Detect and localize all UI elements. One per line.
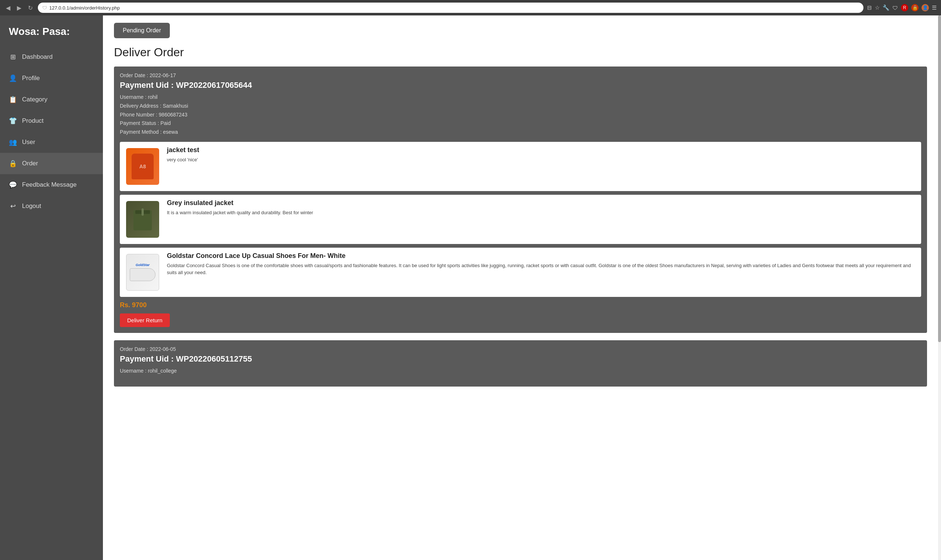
product-name-2: Grey insulated jacket	[167, 199, 917, 207]
back-button[interactable]: ◀	[5, 3, 12, 13]
sidebar-item-order[interactable]: 🔒 Order	[0, 153, 103, 174]
app-title: Wosa: Pasa:	[0, 15, 103, 46]
security-icon: 🛡	[42, 5, 47, 11]
sidebar-label-profile: Profile	[22, 75, 40, 82]
dashboard-icon: ⊞	[9, 53, 17, 61]
page-title: Deliver Order	[114, 46, 927, 59]
scrollbar-track[interactable]	[938, 15, 941, 560]
browser-chrome: ◀ ▶ ↻ 🛡 127.0.0.1/admin/orderHistory.php…	[0, 0, 941, 15]
reload-button[interactable]: ↻	[26, 3, 34, 13]
product-image-olive-jacket	[124, 199, 161, 240]
deliver-return-button[interactable]: Deliver Return	[120, 314, 170, 327]
order-info-2: Username : rohil_college	[120, 367, 921, 375]
order-address-1: Delivery Address : Samakhusi	[120, 102, 921, 111]
sidebar-item-feedback[interactable]: 💬 Feedback Message	[0, 174, 103, 195]
category-icon: 📋	[9, 95, 17, 104]
product-details-3: Goldstar Concord Lace Up Casual Shoes Fo…	[167, 252, 917, 276]
star-icon: ☆	[875, 5, 879, 11]
order-username-1: Username : rohil	[120, 93, 921, 102]
product-icon: 👕	[9, 117, 17, 125]
sidebar-item-product[interactable]: 👕 Product	[0, 110, 103, 132]
users-icon: 👥	[9, 138, 17, 146]
order-date-2: Order Date : 2022-06-05	[120, 346, 921, 352]
sidebar-label-product: Product	[22, 117, 44, 125]
product-details-1: jacket test very cool 'nice'	[167, 146, 917, 163]
sidebar-label-category: Category	[22, 96, 48, 103]
white-shoes-visual: GoldStar	[126, 254, 159, 291]
r-icon: R	[901, 4, 908, 11]
lock-icon: 🔒	[911, 4, 919, 11]
order-date-1: Order Date : 2022-06-17	[120, 72, 921, 78]
shoe-shape	[130, 268, 156, 281]
order-uid-2: Payment Uid : WP20220605112755	[120, 354, 921, 364]
orange-jacket-visual	[126, 148, 159, 185]
order-payment-method-1: Payment Method : esewa	[120, 128, 921, 137]
sidebar-item-dashboard[interactable]: ⊞ Dashboard	[0, 46, 103, 68]
order-info-1: Username : rohil Delivery Address : Sama…	[120, 93, 921, 137]
order-card-2: Order Date : 2022-06-05 Payment Uid : WP…	[114, 340, 927, 386]
tools-icon: 🔧	[882, 5, 890, 11]
scrollbar-thumb[interactable]	[938, 15, 941, 342]
olive-jacket-visual	[126, 201, 159, 238]
svg-rect-2	[142, 208, 144, 216]
order-uid-1: Payment Uid : WP20220617065644	[120, 80, 921, 90]
olive-jacket-svg	[132, 206, 154, 232]
pending-order-button[interactable]: Pending Order	[114, 23, 170, 38]
product-desc-2: It is a warm insulated jacket with quali…	[167, 209, 917, 217]
goldstar-logo: GoldStar	[136, 263, 149, 267]
address-bar[interactable]: 🛡 127.0.0.1/admin/orderHistory.php	[38, 3, 864, 13]
product-desc-3: Goldstar Concord Casual Shoes is one of …	[167, 262, 917, 276]
browser-toolbar-right: ⊟ ☆ 🔧 🛡 R 🔒 👤 ☰	[867, 4, 936, 11]
sidebar-label-user: User	[22, 138, 35, 146]
product-image-orange-jacket	[124, 146, 161, 187]
order-payment-status-1: Payment Status : Paid	[120, 119, 921, 128]
sidebar: Wosa: Pasa: ⊞ Dashboard 👤 Profile 📋 Cate…	[0, 15, 103, 560]
sidebar-label-dashboard: Dashboard	[22, 53, 52, 61]
order-icon: 🔒	[9, 160, 17, 168]
order-card-1: Order Date : 2022-06-17 Payment Uid : WP…	[114, 66, 927, 333]
sidebar-label-logout: Logout	[22, 203, 41, 210]
sidebar-item-category[interactable]: 📋 Category	[0, 89, 103, 110]
sidebar-label-order: Order	[22, 160, 38, 167]
sidebar-label-feedback: Feedback Message	[22, 181, 77, 189]
app-layout: Wosa: Pasa: ⊞ Dashboard 👤 Profile 📋 Cate…	[0, 15, 941, 560]
order-total-1: Rs. 9700	[120, 301, 921, 309]
sidebar-nav: ⊞ Dashboard 👤 Profile 📋 Category 👕 Produ…	[0, 46, 103, 217]
product-item-1: jacket test very cool 'nice'	[120, 142, 921, 191]
product-details-2: Grey insulated jacket It is a warm insul…	[167, 199, 917, 217]
jacket-shape	[132, 154, 154, 179]
order-phone-1: Phone Number : 9860687243	[120, 111, 921, 119]
sidebar-item-profile[interactable]: 👤 Profile	[0, 68, 103, 89]
product-item-3: GoldStar Goldstar Concord Lace Up Casual…	[120, 248, 921, 297]
product-desc-1: very cool 'nice'	[167, 156, 917, 163]
product-name-1: jacket test	[167, 146, 917, 154]
shield-icon: 🛡	[892, 5, 898, 11]
main-content: Pending Order Deliver Order Order Date :…	[103, 15, 938, 560]
product-item-2: Grey insulated jacket It is a warm insul…	[120, 195, 921, 244]
product-name-3: Goldstar Concord Lace Up Casual Shoes Fo…	[167, 252, 917, 260]
order-username-2: Username : rohil_college	[120, 367, 921, 375]
forward-button[interactable]: ▶	[15, 3, 23, 13]
product-image-white-shoes: GoldStar	[124, 252, 161, 292]
sidebar-item-logout[interactable]: ↩ Logout	[0, 195, 103, 217]
menu-icon: ☰	[932, 5, 936, 11]
logout-icon: ↩	[9, 202, 17, 210]
avatar-icon: 👤	[921, 4, 929, 11]
sidebar-item-user[interactable]: 👥 User	[0, 132, 103, 153]
url-text: 127.0.0.1/admin/orderHistory.php	[49, 5, 120, 11]
feedback-icon: 💬	[9, 181, 17, 189]
person-icon: 👤	[9, 74, 17, 82]
tab-icon: ⊟	[867, 5, 872, 11]
